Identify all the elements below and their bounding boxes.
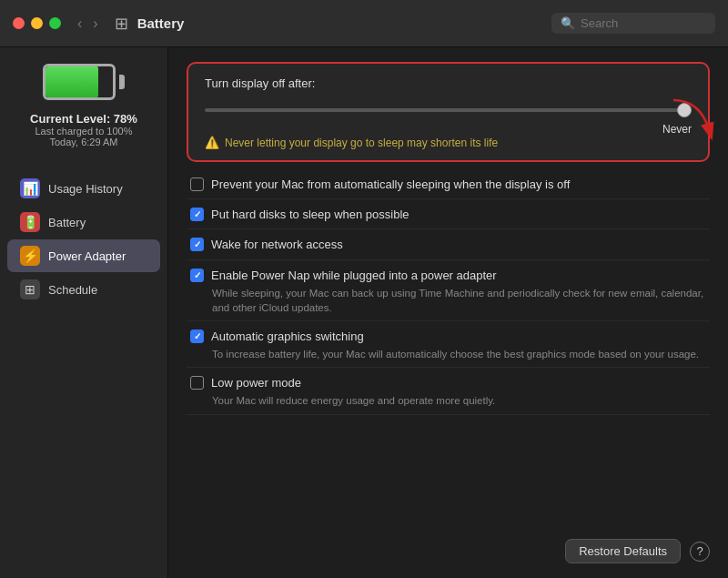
traffic-lights <box>13 17 61 29</box>
battery-level-text: Current Level: 78% <box>30 112 137 126</box>
battery-time-text: Today, 6:29 AM <box>49 137 117 147</box>
help-button[interactable]: ? <box>690 542 710 562</box>
sidebar-label-schedule: Schedule <box>48 283 97 297</box>
battery-charged-text: Last charged to 100% <box>35 126 132 137</box>
option-label-low-power: Low power mode <box>211 375 301 391</box>
option-low-power: Low power mode Your Mac will reduce ener… <box>187 370 710 414</box>
power-adapter-icon: ⚡ <box>20 246 40 266</box>
options-list: Prevent your Mac from automatically slee… <box>187 171 710 415</box>
right-panel: Turn display off after: Never ⚠️ Never l… <box>168 47 728 578</box>
maximize-button[interactable] <box>49 17 61 29</box>
grid-icon: ⊞ <box>115 14 128 34</box>
warning-row: ⚠️ Never letting your display go to slee… <box>205 136 692 149</box>
sidebar-label-usage-history: Usage History <box>48 182 123 196</box>
option-desc-auto-graphics: To increase battery life, your Mac will … <box>212 347 706 361</box>
warning-text: Never letting your display go to sleep m… <box>225 137 498 149</box>
forward-button[interactable]: › <box>89 14 101 34</box>
sidebar: Current Level: 78% Last charged to 100% … <box>0 47 168 578</box>
schedule-icon: ⊞ <box>20 279 40 299</box>
sidebar-item-schedule[interactable]: ⊞ Schedule <box>7 273 160 306</box>
window-title: Battery <box>137 15 551 31</box>
checkbox-network-access[interactable] <box>190 238 204 251</box>
slider-labels: Never <box>205 123 692 136</box>
warning-icon: ⚠️ <box>205 136 219 149</box>
option-label-power-nap: Enable Power Nap while plugged into a po… <box>211 268 497 284</box>
checkbox-prevent-sleep[interactable] <box>190 177 204 191</box>
battery-icon <box>43 62 125 103</box>
minimize-button[interactable] <box>31 17 43 29</box>
option-desc-power-nap: While sleeping, your Mac can back up usi… <box>212 286 706 315</box>
checkbox-low-power[interactable] <box>190 376 204 390</box>
option-hard-disks: Put hard disks to sleep when possible <box>187 201 710 229</box>
search-input[interactable] <box>581 16 706 30</box>
close-button[interactable] <box>13 17 25 29</box>
sidebar-label-power-adapter: Power Adapter <box>48 249 126 263</box>
sidebar-item-power-adapter[interactable]: ⚡ Power Adapter <box>7 239 160 272</box>
slider-label-never: Never <box>662 123 692 136</box>
option-label-network-access: Wake for network access <box>211 237 343 253</box>
option-auto-graphics: Automatic graphics switching To increase… <box>187 323 710 368</box>
sidebar-nav: 📊 Usage History 🔋 Battery ⚡ Power Adapte… <box>0 171 167 307</box>
sidebar-label-battery: Battery <box>48 216 86 229</box>
restore-defaults-button[interactable]: Restore Defaults <box>565 539 681 563</box>
checkbox-power-nap[interactable] <box>190 269 204 282</box>
usage-history-icon: 📊 <box>20 178 40 198</box>
option-desc-low-power: Your Mac will reduce energy usage and op… <box>212 393 706 408</box>
sidebar-item-usage-history[interactable]: 📊 Usage History <box>7 172 160 205</box>
bottom-bar: Restore Defaults ? <box>187 533 710 563</box>
title-bar: ‹ › ⊞ Battery 🔍 <box>0 0 728 47</box>
option-network-access: Wake for network access <box>187 231 710 259</box>
slider-wrap <box>205 99 692 116</box>
option-prevent-sleep: Prevent your Mac from automatically slee… <box>187 171 710 199</box>
search-icon: 🔍 <box>561 16 575 30</box>
nav-arrows: ‹ › <box>74 14 102 34</box>
checkbox-auto-graphics[interactable] <box>190 330 204 343</box>
battery-display: Current Level: 78% Last charged to 100% … <box>21 62 147 147</box>
back-button[interactable]: ‹ <box>74 14 86 34</box>
option-power-nap: Enable Power Nap while plugged into a po… <box>187 262 710 321</box>
option-label-auto-graphics: Automatic graphics switching <box>211 329 364 345</box>
option-label-prevent-sleep: Prevent your Mac from automatically slee… <box>211 177 570 193</box>
sidebar-item-battery[interactable]: 🔋 Battery <box>7 206 160 238</box>
checkbox-hard-disks[interactable] <box>190 208 204 221</box>
search-box[interactable]: 🔍 <box>551 13 715 34</box>
main-content: Current Level: 78% Last charged to 100% … <box>0 47 728 578</box>
display-card: Turn display off after: Never ⚠️ Never l… <box>187 62 710 162</box>
display-card-title: Turn display off after: <box>205 76 692 90</box>
option-label-hard-disks: Put hard disks to sleep when possible <box>211 207 410 223</box>
battery-icon-nav: 🔋 <box>20 212 40 232</box>
display-slider[interactable] <box>205 108 692 112</box>
